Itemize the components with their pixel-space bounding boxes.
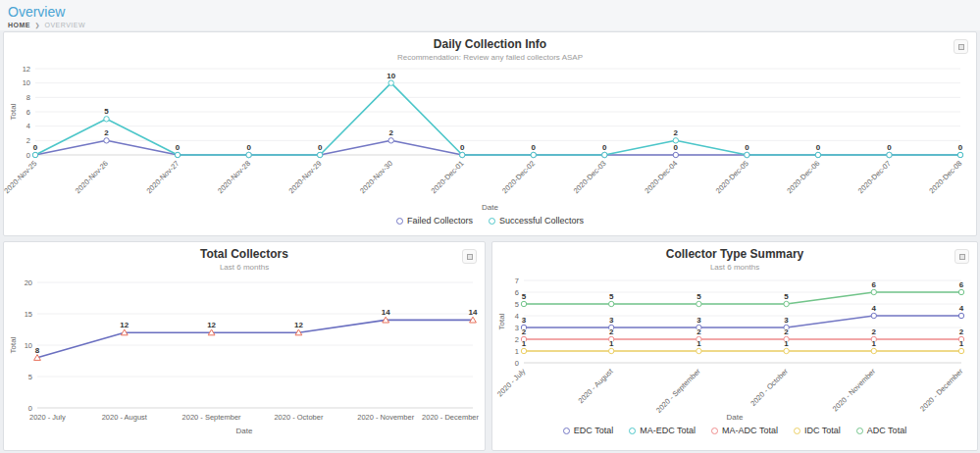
chart-menu-glyph-icon xyxy=(959,254,965,260)
svg-text:2: 2 xyxy=(609,327,614,336)
legend-item-ma-adc-total[interactable]: MA-ADC Total xyxy=(711,426,778,435)
collector-type-summary-chart[interactable]: 01234567Total2020 - July2020 - August202… xyxy=(496,273,973,412)
legend-item-ma-edc-total[interactable]: MA-EDC Total xyxy=(629,426,696,435)
svg-text:2020 - December: 2020 - December xyxy=(422,413,479,422)
svg-text:2: 2 xyxy=(26,136,30,145)
chart-menu-icon[interactable] xyxy=(462,249,477,264)
svg-text:5: 5 xyxy=(522,292,527,301)
svg-text:3: 3 xyxy=(515,324,519,332)
svg-text:1: 1 xyxy=(522,339,527,348)
svg-text:14: 14 xyxy=(469,308,478,317)
svg-text:0: 0 xyxy=(460,143,465,152)
page-header: Overview HOME ❯ OVERVIEW xyxy=(0,0,980,30)
legend-marker-icon xyxy=(563,428,570,434)
svg-text:0: 0 xyxy=(176,143,181,152)
svg-text:2020 - July: 2020 - July xyxy=(29,413,66,422)
svg-text:Total: Total xyxy=(497,313,506,329)
svg-text:Total: Total xyxy=(9,336,18,353)
legend-marker-icon xyxy=(489,218,495,225)
svg-text:1: 1 xyxy=(609,339,614,348)
legend-item-adc-total[interactable]: ADC Total xyxy=(856,426,906,435)
x-axis-title: Date xyxy=(496,412,973,423)
svg-text:2: 2 xyxy=(872,327,877,336)
svg-text:6: 6 xyxy=(26,108,30,117)
collector-type-summary-legend: EDC TotalMA-EDC TotalMA-ADC TotalIDC Tot… xyxy=(496,426,973,435)
legend-item-edc-total[interactable]: EDC Total xyxy=(563,426,613,435)
svg-text:1: 1 xyxy=(515,347,519,356)
svg-text:0: 0 xyxy=(246,143,251,152)
svg-text:0: 0 xyxy=(33,143,38,152)
breadcrumb: HOME ❯ OVERVIEW xyxy=(8,22,972,28)
svg-text:2: 2 xyxy=(515,335,519,344)
legend-label: ADC Total xyxy=(867,426,906,435)
svg-text:0: 0 xyxy=(318,143,323,152)
svg-text:2020 - September: 2020 - September xyxy=(654,367,702,415)
svg-text:5: 5 xyxy=(515,300,519,309)
svg-text:5: 5 xyxy=(28,373,32,381)
svg-text:4: 4 xyxy=(959,304,964,313)
svg-text:12: 12 xyxy=(207,321,216,329)
svg-text:3: 3 xyxy=(784,316,789,325)
legend-label: EDC Total xyxy=(574,426,613,435)
chart-title: Daily Collection Info xyxy=(8,37,972,52)
svg-text:1: 1 xyxy=(959,339,964,348)
svg-text:6: 6 xyxy=(959,280,964,289)
svg-text:2: 2 xyxy=(959,327,964,336)
svg-text:0: 0 xyxy=(816,143,821,152)
legend-marker-icon xyxy=(396,218,403,225)
svg-text:2: 2 xyxy=(784,327,789,336)
total-collectors-chart[interactable]: 05101520Total2020 - July2020 - August202… xyxy=(8,273,481,426)
svg-text:8: 8 xyxy=(35,346,40,355)
daily-collection-legend: Failed CollectorsSuccessful Collectors xyxy=(8,216,972,226)
svg-text:10: 10 xyxy=(25,341,32,350)
svg-text:2020 - November: 2020 - November xyxy=(831,367,878,414)
panel-total-collectors: Total Collectors Last 6 months 05101520T… xyxy=(3,241,486,451)
x-axis-title: Date xyxy=(8,202,972,213)
svg-text:0: 0 xyxy=(745,143,749,152)
svg-text:7: 7 xyxy=(515,277,519,285)
svg-text:2020-Dec-01: 2020-Dec-01 xyxy=(430,159,466,195)
svg-text:2020-Dec-07: 2020-Dec-07 xyxy=(856,159,893,195)
legend-label: IDC Total xyxy=(804,426,841,435)
svg-text:4: 4 xyxy=(26,122,30,130)
chart-menu-icon[interactable] xyxy=(954,39,968,54)
legend-item-failed-collectors[interactable]: Failed Collectors xyxy=(396,216,473,226)
daily-collection-chart[interactable]: 024681012Total2020-Nov-252020-Nov-262020… xyxy=(8,63,972,202)
svg-text:5: 5 xyxy=(784,292,789,301)
svg-text:0: 0 xyxy=(602,143,607,152)
legend-item-idc-total[interactable]: IDC Total xyxy=(794,426,841,435)
svg-text:6: 6 xyxy=(515,288,519,297)
svg-text:10: 10 xyxy=(23,78,30,87)
svg-text:0: 0 xyxy=(958,143,963,152)
svg-text:2: 2 xyxy=(388,128,393,137)
page-title: Overview xyxy=(8,4,972,20)
svg-text:12: 12 xyxy=(23,65,30,74)
legend-marker-icon xyxy=(856,428,863,434)
breadcrumb-home[interactable]: HOME xyxy=(8,22,30,28)
panel-collector-type-summary: Collector Type Summary Last 6 months 012… xyxy=(491,241,978,451)
svg-text:5: 5 xyxy=(609,292,614,301)
svg-text:2020-Dec-05: 2020-Dec-05 xyxy=(714,159,750,195)
svg-text:2020-Nov-30: 2020-Nov-30 xyxy=(358,159,394,195)
legend-item-successful-collectors[interactable]: Successful Collectors xyxy=(489,216,584,226)
svg-text:2020 - August: 2020 - August xyxy=(577,366,616,405)
svg-text:0: 0 xyxy=(515,359,519,368)
svg-text:2: 2 xyxy=(696,327,701,336)
svg-text:2020-Dec-02: 2020-Dec-02 xyxy=(500,159,537,195)
svg-text:0: 0 xyxy=(28,404,32,413)
chart-subtitle: Recommendation: Review any failed collec… xyxy=(8,52,972,63)
chart-menu-icon[interactable] xyxy=(954,249,969,264)
svg-text:2020 - December: 2020 - December xyxy=(918,367,965,414)
legend-marker-icon xyxy=(629,428,636,434)
svg-text:2020-Dec-03: 2020-Dec-03 xyxy=(572,159,608,195)
chart-title: Collector Type Summary xyxy=(496,247,973,262)
svg-text:1: 1 xyxy=(696,339,701,348)
svg-text:2020-Nov-27: 2020-Nov-27 xyxy=(144,159,181,195)
legend-marker-icon xyxy=(794,428,800,434)
svg-text:12: 12 xyxy=(294,321,303,329)
svg-text:5: 5 xyxy=(696,292,701,301)
svg-text:2020-Dec-04: 2020-Dec-04 xyxy=(643,159,679,195)
svg-text:5: 5 xyxy=(104,107,109,116)
legend-marker-icon xyxy=(711,428,718,434)
legend-label: MA-EDC Total xyxy=(640,426,696,435)
